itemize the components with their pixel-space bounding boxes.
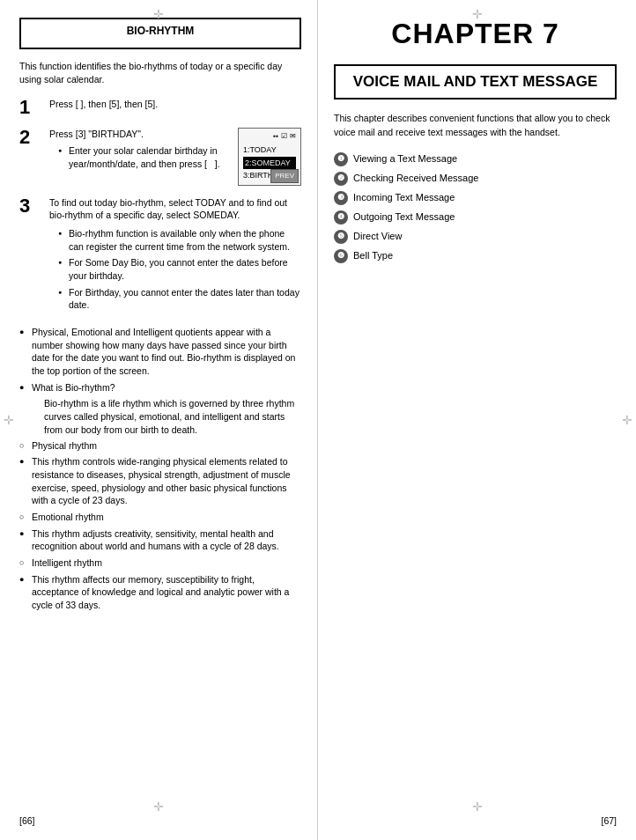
bottom-cross-right: ✛ [472, 799, 483, 814]
section-title: VOICE MAIL AND TEXT MESSAGE [334, 64, 617, 99]
right-cross: ✛ [622, 413, 632, 427]
physical-label: Physical rhythm [32, 439, 301, 453]
toc-item-6: ❻ Bell Type [334, 249, 617, 263]
bio-rhythm-def: Bio-rhythm is a life rhythm which is gov… [32, 397, 301, 436]
toc-label-5: Direct View [353, 230, 402, 243]
chapter-heading: CHAPTER 7 [334, 18, 617, 50]
toc-item-3: ❸ Incoming Text Message [334, 191, 617, 205]
step-3-bullet-1: Bio-rhythm function is available only wh… [58, 227, 301, 253]
step-2-bullets: Enter your solar calendar birthday in ye… [49, 144, 231, 170]
physical-text: This rhythm controls wide-ranging physic… [32, 455, 301, 507]
step-2-inner: Press [3] "BIRTHDAY". Enter your solar c… [49, 128, 301, 185]
bottom-bullet-2: ● What is Bio-rhythm? [19, 381, 301, 394]
bio-def-indent [32, 398, 44, 436]
step-2: 2 Press [3] "BIRTHDAY". Enter your solar… [19, 128, 301, 185]
step-2-content: Press [3] "BIRTHDAY". Enter your solar c… [49, 128, 301, 185]
step-3-bullet-3: For Birthday, you cannot enter the dates… [58, 286, 301, 312]
phone-message-icon: ✉ [290, 131, 296, 142]
page-number-left: [66] [19, 815, 35, 826]
step-2-number: 2 [19, 128, 42, 147]
emotional-bullet: ● This rhythm adjusts creativity, sensit… [19, 527, 301, 553]
toc-item-4: ❹ Outgoing Text Message [334, 210, 617, 225]
bullet-symbol-5: ● [19, 574, 32, 612]
physical-circle: ○ Physical rhythm [19, 439, 301, 453]
circle-symbol-1: ○ [19, 440, 32, 453]
toc-label-4: Outgoing Text Message [353, 210, 455, 224]
toc-circle-3: ❸ [334, 191, 348, 205]
emotional-label: Emotional rhythm [32, 511, 301, 524]
toc-circle-2: ❷ [334, 172, 348, 186]
step-3: 3 To find out today bio-rhythm, select T… [19, 196, 301, 316]
toc-circle-5: ❺ [334, 230, 348, 244]
toc-item-1: ❶ Viewing a Text Message [334, 152, 617, 166]
phone-icons-row: ▪▪ ☑ ✉ [243, 131, 296, 142]
intelligent-label: Intelligent rhythm [32, 556, 301, 570]
toc-label-3: Incoming Text Message [353, 191, 455, 204]
toc-label-1: Viewing a Text Message [353, 152, 457, 166]
top-cross-right: ✛ [472, 7, 483, 21]
physical-bullet: ● This rhythm controls wide-ranging phys… [19, 455, 301, 507]
intelligent-circle: ○ Intelligent rhythm [19, 556, 301, 570]
step-2-title: Press [3] "BIRTHDAY". [49, 128, 231, 141]
bottom-cross-left: ✛ [153, 799, 164, 814]
intelligent-bullet: ● This rhythm affects our memory, suscep… [19, 573, 301, 612]
emotional-text: This rhythm adjusts creativity, sensitiv… [32, 527, 301, 553]
bottom-bullet-2-text: What is Bio-rhythm? [32, 381, 301, 394]
toc-list: ❶ Viewing a Text Message ❷ Checking Rece… [334, 152, 617, 263]
emotional-circle: ○ Emotional rhythm [19, 511, 301, 524]
toc-circle-6: ❻ [334, 249, 348, 263]
toc-circle-1: ❶ [334, 152, 348, 166]
circle-symbol-2: ○ [19, 512, 32, 524]
left-cross: ✛ [4, 413, 14, 427]
step-3-main-text: To find out today bio-rhythm, select TOD… [49, 196, 301, 222]
step-3-content: To find out today bio-rhythm, select TOD… [49, 196, 301, 316]
bullet-symbol-1: ● [19, 327, 32, 378]
left-page: ✛ ✛ BIO-RHYTHM This function identifies … [0, 0, 318, 840]
menu-item-1: 1:TODAY [243, 144, 296, 156]
bottom-bullet-1-text: Physical, Emotional and Intelligent quot… [32, 326, 301, 378]
phone-signal-icon: ▪▪ [273, 131, 278, 142]
menu-item-2: 2:SOMEDAY [243, 157, 296, 169]
bottom-bullet-1: ● Physical, Emotional and Intelligent qu… [19, 326, 301, 378]
bullet-symbol-4: ● [19, 528, 32, 553]
step-3-bullets: Bio-rhythm function is available only wh… [49, 227, 301, 312]
step-1-text: Press [ ], then [5], then [5]. [49, 99, 158, 109]
intelligent-text: This rhythm affects our memory, suscepti… [32, 573, 301, 612]
toc-circle-4: ❹ [334, 210, 348, 225]
bio-rhythm-box: BIO-RHYTHM [19, 18, 301, 49]
top-cross-left: ✛ [153, 7, 164, 21]
bio-rhythm-title: BIO-RHYTHM [30, 25, 291, 37]
step-1-number: 1 [19, 98, 42, 117]
step-1-content: Press [ ], then [5], then [5]. [49, 98, 301, 111]
toc-label-2: Checking Received Message [353, 172, 478, 185]
right-page: ✛ ✛ CHAPTER 7 VOICE MAIL AND TEXT MESSAG… [318, 0, 636, 840]
step-2-bullet-1: Enter your solar calendar birthday in ye… [58, 144, 231, 170]
prev-button: PREV [270, 169, 299, 183]
step-3-number: 3 [19, 196, 42, 216]
bullet-symbol-2: ● [19, 382, 32, 394]
bullet-symbol-3: ● [19, 456, 32, 507]
step-1: 1 Press [ ], then [5], then [5]. [19, 98, 301, 117]
bio-def-text: Bio-rhythm is a life rhythm which is gov… [44, 397, 301, 436]
phone-battery-icon: ☑ [281, 131, 287, 142]
page-number-right: [67] [601, 815, 617, 826]
toc-intro: This chapter describes convenient functi… [334, 112, 617, 140]
toc-label-6: Bell Type [353, 249, 393, 262]
circle-symbol-3: ○ [19, 557, 32, 570]
step-3-bullet-2: For Some Day Bio, you cannot enter the d… [58, 256, 301, 282]
toc-item-5: ❺ Direct View [334, 230, 617, 244]
toc-item-2: ❷ Checking Received Message [334, 172, 617, 186]
phone-display: ▪▪ ☑ ✉ 1:TODAY 2:SOMEDAY 3:BIRTHDAY PREV [238, 128, 301, 185]
left-intro: This function identifies the bio-rhythms… [19, 60, 301, 85]
step-2-text-block: Press [3] "BIRTHDAY". Enter your solar c… [49, 128, 231, 172]
bottom-bullets: ● Physical, Emotional and Intelligent qu… [19, 326, 301, 612]
